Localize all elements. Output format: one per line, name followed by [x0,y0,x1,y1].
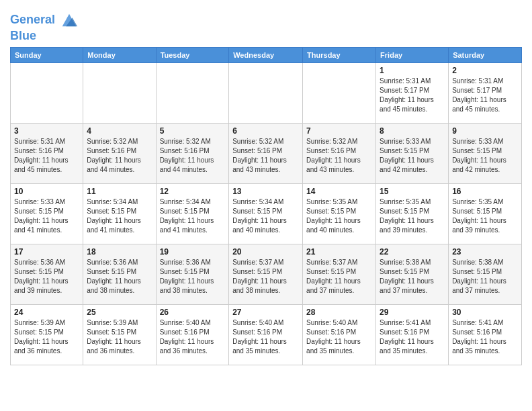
calendar-cell: 12Sunrise: 5:34 AM Sunset: 5:15 PM Dayli… [156,183,229,244]
calendar-week-row: 1Sunrise: 5:31 AM Sunset: 5:17 PM Daylig… [11,62,522,123]
calendar-cell: 19Sunrise: 5:36 AM Sunset: 5:15 PM Dayli… [156,244,229,304]
calendar-cell [156,62,229,123]
weekday-header-wednesday: Wednesday [229,47,303,62]
day-info: Sunrise: 5:35 AM Sunset: 5:15 PM Dayligh… [380,197,445,235]
page-header: General Blue [10,7,522,43]
day-number: 25 [87,308,152,317]
logo-line1: General [10,11,79,30]
day-number: 10 [14,187,79,196]
day-info: Sunrise: 5:38 AM Sunset: 5:15 PM Dayligh… [452,258,518,295]
calendar-cell: 1Sunrise: 5:31 AM Sunset: 5:17 PM Daylig… [376,62,449,123]
day-number: 17 [14,247,79,257]
day-number: 27 [232,308,299,317]
calendar-cell: 13Sunrise: 5:34 AM Sunset: 5:15 PM Dayli… [229,183,303,244]
calendar-cell: 29Sunrise: 5:41 AM Sunset: 5:16 PM Dayli… [376,304,449,365]
calendar-week-row: 17Sunrise: 5:36 AM Sunset: 5:15 PM Dayli… [11,244,522,304]
logo-line2: Blue [10,30,79,43]
day-info: Sunrise: 5:39 AM Sunset: 5:15 PM Dayligh… [14,318,79,356]
calendar-week-row: 10Sunrise: 5:33 AM Sunset: 5:15 PM Dayli… [11,183,522,244]
calendar-cell: 24Sunrise: 5:39 AM Sunset: 5:15 PM Dayli… [11,304,83,365]
calendar-cell: 7Sunrise: 5:32 AM Sunset: 5:16 PM Daylig… [303,123,376,183]
day-info: Sunrise: 5:31 AM Sunset: 5:16 PM Dayligh… [14,137,79,175]
calendar-cell: 14Sunrise: 5:35 AM Sunset: 5:15 PM Dayli… [303,183,376,244]
day-info: Sunrise: 5:35 AM Sunset: 5:15 PM Dayligh… [306,197,372,235]
day-number: 6 [232,126,299,136]
calendar-table: SundayMondayTuesdayWednesdayThursdayFrid… [10,47,522,365]
day-number: 28 [306,308,372,317]
day-info: Sunrise: 5:32 AM Sunset: 5:16 PM Dayligh… [306,137,372,175]
day-info: Sunrise: 5:40 AM Sunset: 5:16 PM Dayligh… [232,318,299,356]
day-number: 21 [306,247,372,257]
weekday-header-thursday: Thursday [303,47,376,62]
calendar-cell: 3Sunrise: 5:31 AM Sunset: 5:16 PM Daylig… [11,123,83,183]
day-number: 30 [452,308,518,317]
day-number: 12 [160,187,226,196]
day-number: 5 [160,126,226,136]
day-info: Sunrise: 5:32 AM Sunset: 5:16 PM Dayligh… [87,137,152,175]
calendar-week-row: 3Sunrise: 5:31 AM Sunset: 5:16 PM Daylig… [11,123,522,183]
logo: General Blue [10,11,79,43]
day-number: 19 [160,247,226,257]
calendar-cell: 26Sunrise: 5:40 AM Sunset: 5:16 PM Dayli… [156,304,229,365]
day-number: 7 [306,126,372,136]
day-info: Sunrise: 5:39 AM Sunset: 5:15 PM Dayligh… [87,318,152,356]
day-number: 11 [87,187,152,196]
calendar-cell: 8Sunrise: 5:33 AM Sunset: 5:15 PM Daylig… [376,123,449,183]
day-info: Sunrise: 5:37 AM Sunset: 5:15 PM Dayligh… [232,258,299,295]
calendar-header-row: SundayMondayTuesdayWednesdayThursdayFrid… [11,47,522,62]
day-info: Sunrise: 5:34 AM Sunset: 5:15 PM Dayligh… [232,197,299,235]
calendar-cell: 2Sunrise: 5:31 AM Sunset: 5:17 PM Daylig… [449,62,522,123]
day-info: Sunrise: 5:36 AM Sunset: 5:15 PM Dayligh… [160,258,226,295]
calendar-cell: 23Sunrise: 5:38 AM Sunset: 5:15 PM Dayli… [449,244,522,304]
day-info: Sunrise: 5:32 AM Sunset: 5:16 PM Dayligh… [160,137,226,175]
day-info: Sunrise: 5:37 AM Sunset: 5:15 PM Dayligh… [306,258,372,295]
day-number: 9 [452,126,518,136]
day-number: 24 [14,308,79,317]
day-info: Sunrise: 5:41 AM Sunset: 5:16 PM Dayligh… [380,318,445,356]
calendar-cell: 9Sunrise: 5:33 AM Sunset: 5:15 PM Daylig… [449,123,522,183]
day-number: 8 [380,126,445,136]
calendar-week-row: 24Sunrise: 5:39 AM Sunset: 5:15 PM Dayli… [11,304,522,365]
day-number: 15 [380,187,445,196]
calendar-cell: 4Sunrise: 5:32 AM Sunset: 5:16 PM Daylig… [83,123,156,183]
calendar-cell: 22Sunrise: 5:38 AM Sunset: 5:15 PM Dayli… [376,244,449,304]
calendar-cell [11,62,83,123]
calendar-cell: 25Sunrise: 5:39 AM Sunset: 5:15 PM Dayli… [83,304,156,365]
day-info: Sunrise: 5:41 AM Sunset: 5:16 PM Dayligh… [452,318,518,356]
weekday-header-sunday: Sunday [11,47,83,62]
day-number: 18 [87,247,152,257]
day-info: Sunrise: 5:38 AM Sunset: 5:15 PM Dayligh… [380,258,445,295]
day-number: 2 [452,66,518,75]
calendar-cell: 20Sunrise: 5:37 AM Sunset: 5:15 PM Dayli… [229,244,303,304]
calendar-cell: 16Sunrise: 5:35 AM Sunset: 5:15 PM Dayli… [449,183,522,244]
day-info: Sunrise: 5:36 AM Sunset: 5:15 PM Dayligh… [14,258,79,295]
weekday-header-friday: Friday [376,47,449,62]
calendar-cell: 18Sunrise: 5:36 AM Sunset: 5:15 PM Dayli… [83,244,156,304]
day-number: 26 [160,308,226,317]
weekday-header-tuesday: Tuesday [156,47,229,62]
weekday-header-saturday: Saturday [449,47,522,62]
weekday-header-monday: Monday [83,47,156,62]
calendar-cell: 10Sunrise: 5:33 AM Sunset: 5:15 PM Dayli… [11,183,83,244]
day-info: Sunrise: 5:36 AM Sunset: 5:15 PM Dayligh… [87,258,152,295]
calendar-cell: 6Sunrise: 5:32 AM Sunset: 5:16 PM Daylig… [229,123,303,183]
day-number: 16 [452,187,518,196]
calendar-cell: 28Sunrise: 5:40 AM Sunset: 5:16 PM Dayli… [303,304,376,365]
day-number: 29 [380,308,445,317]
day-info: Sunrise: 5:40 AM Sunset: 5:16 PM Dayligh… [306,318,372,356]
day-number: 1 [380,66,445,75]
calendar-cell [303,62,376,123]
day-number: 13 [232,187,299,196]
day-number: 20 [232,247,299,257]
day-number: 4 [87,126,152,136]
day-info: Sunrise: 5:33 AM Sunset: 5:15 PM Dayligh… [380,137,445,175]
calendar-cell: 5Sunrise: 5:32 AM Sunset: 5:16 PM Daylig… [156,123,229,183]
day-info: Sunrise: 5:33 AM Sunset: 5:15 PM Dayligh… [14,197,79,235]
calendar-cell [83,62,156,123]
day-info: Sunrise: 5:40 AM Sunset: 5:16 PM Dayligh… [160,318,226,356]
day-number: 14 [306,187,372,196]
day-info: Sunrise: 5:35 AM Sunset: 5:15 PM Dayligh… [452,197,518,235]
calendar-cell: 27Sunrise: 5:40 AM Sunset: 5:16 PM Dayli… [229,304,303,365]
day-info: Sunrise: 5:31 AM Sunset: 5:17 PM Dayligh… [380,77,445,114]
calendar-cell: 21Sunrise: 5:37 AM Sunset: 5:15 PM Dayli… [303,244,376,304]
